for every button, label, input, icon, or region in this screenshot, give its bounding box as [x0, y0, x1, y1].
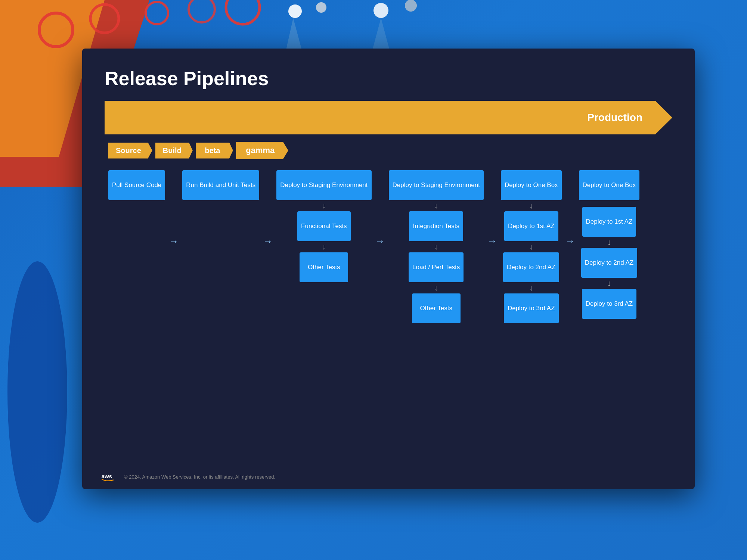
svg-point-4 [226, 0, 260, 24]
deploy-1st-az-2-box: Deploy to 1st AZ [582, 207, 636, 237]
gamma-stage: gamma [236, 142, 288, 159]
build-stage: Build [155, 143, 193, 159]
svg-point-6 [316, 2, 326, 13]
prod-col-2: Deploy to One Box Deploy to 1st AZ ↓ Dep… [579, 170, 640, 319]
footer-text: © 2024, Amazon Web Services, Inc. or its… [124, 474, 275, 480]
svg-point-2 [146, 2, 168, 24]
gamma-column: Deploy to Staging Environment ↓ Integrat… [389, 170, 484, 323]
build-column: Run Build and Unit Tests [182, 170, 259, 200]
prod-col-1: Deploy to One Box ↓ Deploy to 1st AZ ↓ D… [501, 170, 562, 323]
svg-text:aws: aws [102, 473, 112, 479]
production-label: Production [587, 112, 642, 124]
functional-tests-box: Functional Tests [297, 211, 351, 241]
stages-row: Source Build beta gamma [105, 142, 672, 159]
run-build-box: Run Build and Unit Tests [182, 170, 259, 200]
prod-col-2-az: Deploy to 1st AZ ↓ Deploy to 2nd AZ ↓ De… [581, 207, 637, 319]
slide-title: Release Pipelines [105, 67, 672, 90]
svg-point-1 [90, 4, 119, 33]
production-banner: Production [105, 101, 672, 134]
beta-stage: beta [196, 143, 233, 159]
deploy-3rd-az-1-box: Deploy to 3rd AZ [504, 293, 559, 323]
source-stage: Source [108, 143, 152, 159]
deploy-2nd-az-2-box: Deploy to 2nd AZ [581, 248, 637, 278]
svg-point-8 [405, 0, 417, 12]
deploy-2nd-az-1-box: Deploy to 2nd AZ [503, 252, 559, 282]
deploy-3rd-az-2-box: Deploy to 3rd AZ [582, 289, 637, 319]
pipeline-banner: Production [105, 101, 672, 134]
other-tests-gamma-box: Other Tests [412, 293, 461, 323]
deploy-1st-az-1-box: Deploy to 1st AZ [504, 211, 558, 241]
arrow-4: → [487, 236, 497, 258]
svg-point-0 [39, 13, 73, 47]
svg-point-5 [288, 4, 302, 18]
arrow-1: → [169, 236, 179, 258]
other-tests-beta-box: Other Tests [300, 252, 348, 282]
aws-logo-icon: aws [101, 471, 120, 482]
load-perf-tests-box: Load / Perf Tests [409, 252, 464, 282]
beta-column: Deploy to Staging Environment ↓ Function… [276, 170, 371, 282]
deploy-one-box-1-box: Deploy to One Box [501, 170, 562, 200]
svg-marker-12 [113, 479, 114, 481]
arrow-5: → [565, 236, 575, 258]
deploy-staging-gamma-box: Deploy to Staging Environment [389, 170, 484, 200]
integration-tests-box: Integration Tests [409, 211, 463, 241]
svg-point-3 [189, 0, 215, 22]
slide-container: Release Pipelines Production Source Buil… [82, 49, 695, 489]
arrow-3: → [375, 236, 385, 258]
deploy-staging-beta-box: Deploy to Staging Environment [276, 170, 371, 200]
deploy-one-box-2-box: Deploy to One Box [579, 170, 640, 200]
pull-source-box: Pull Source Code [108, 170, 165, 200]
svg-point-7 [374, 3, 388, 18]
source-column: Pull Source Code [108, 170, 165, 200]
flow-diagram: Pull Source Code → Run Build and Unit Te… [105, 170, 672, 323]
aws-footer: aws © 2024, Amazon Web Services, Inc. or… [101, 471, 275, 482]
arrow-2: → [263, 236, 273, 258]
